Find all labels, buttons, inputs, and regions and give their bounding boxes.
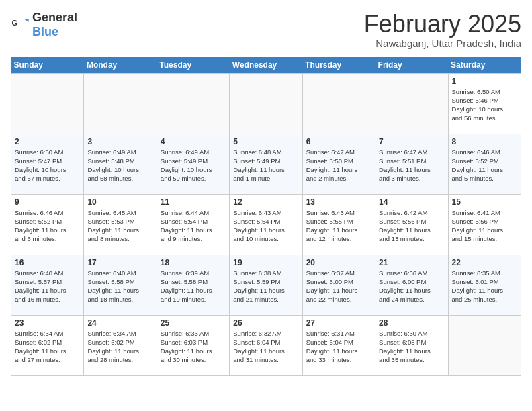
day-info: Sunrise: 6:46 AM Sunset: 5:52 PM Dayligh… (452, 148, 517, 183)
calendar-day-cell: 19Sunrise: 6:38 AM Sunset: 5:59 PM Dayli… (230, 255, 302, 315)
day-info: Sunrise: 6:38 AM Sunset: 5:59 PM Dayligh… (233, 269, 298, 304)
calendar-day-cell: 26Sunrise: 6:32 AM Sunset: 6:04 PM Dayli… (230, 315, 302, 375)
calendar-day-cell (230, 73, 302, 134)
calendar-day-cell: 28Sunrise: 6:30 AM Sunset: 6:05 PM Dayli… (375, 315, 448, 375)
calendar-day-cell (302, 73, 375, 134)
day-info: Sunrise: 6:47 AM Sunset: 5:51 PM Dayligh… (379, 148, 444, 183)
day-info: Sunrise: 6:41 AM Sunset: 5:56 PM Dayligh… (452, 208, 517, 244)
calendar-day-cell (157, 73, 229, 134)
logo-blue: Blue (32, 25, 58, 38)
day-info: Sunrise: 6:42 AM Sunset: 5:56 PM Dayligh… (379, 208, 444, 244)
day-info: Sunrise: 6:48 AM Sunset: 5:49 PM Dayligh… (233, 148, 298, 183)
calendar-day-cell: 18Sunrise: 6:39 AM Sunset: 5:58 PM Dayli… (157, 255, 229, 315)
calendar-day-cell: 7Sunrise: 6:47 AM Sunset: 5:51 PM Daylig… (375, 134, 448, 194)
day-info: Sunrise: 6:49 AM Sunset: 5:49 PM Dayligh… (161, 148, 226, 183)
day-number: 12 (233, 197, 298, 207)
weekday-header-cell: Friday (375, 57, 448, 74)
day-info: Sunrise: 6:37 AM Sunset: 6:00 PM Dayligh… (306, 269, 371, 304)
day-info: Sunrise: 6:32 AM Sunset: 6:04 PM Dayligh… (233, 329, 298, 365)
weekday-header-cell: Thursday (302, 57, 375, 74)
day-info: Sunrise: 6:49 AM Sunset: 5:48 PM Dayligh… (87, 148, 152, 183)
day-number: 8 (452, 137, 517, 146)
day-info: Sunrise: 6:34 AM Sunset: 6:02 PM Dayligh… (15, 329, 80, 365)
day-info: Sunrise: 6:34 AM Sunset: 6:02 PM Dayligh… (87, 329, 152, 365)
day-number: 6 (306, 137, 371, 146)
day-info: Sunrise: 6:30 AM Sunset: 6:05 PM Dayligh… (379, 329, 444, 365)
day-info: Sunrise: 6:43 AM Sunset: 5:54 PM Dayligh… (233, 208, 298, 244)
calendar-day-cell: 12Sunrise: 6:43 AM Sunset: 5:54 PM Dayli… (230, 194, 302, 255)
calendar-day-cell: 16Sunrise: 6:40 AM Sunset: 5:57 PM Dayli… (11, 255, 84, 315)
calendar-day-cell: 27Sunrise: 6:31 AM Sunset: 6:04 PM Dayli… (302, 315, 375, 375)
day-number: 24 (87, 318, 152, 328)
day-info: Sunrise: 6:40 AM Sunset: 5:57 PM Dayligh… (15, 269, 80, 304)
calendar-day-cell: 2Sunrise: 6:50 AM Sunset: 5:47 PM Daylig… (11, 134, 84, 194)
weekday-header-cell: Tuesday (157, 57, 229, 74)
day-number: 14 (379, 197, 444, 207)
calendar-day-cell: 20Sunrise: 6:37 AM Sunset: 6:00 PM Dayli… (302, 255, 375, 315)
day-number: 17 (87, 258, 152, 267)
weekday-header-cell: Wednesday (230, 57, 302, 74)
day-number: 23 (15, 318, 80, 328)
day-number: 21 (379, 258, 444, 267)
calendar-day-cell: 17Sunrise: 6:40 AM Sunset: 5:58 PM Dayli… (84, 255, 157, 315)
calendar-day-cell: 8Sunrise: 6:46 AM Sunset: 5:52 PM Daylig… (448, 134, 521, 194)
day-info: Sunrise: 6:31 AM Sunset: 6:04 PM Dayligh… (306, 329, 371, 365)
weekday-header-cell: Sunday (11, 57, 84, 74)
day-number: 22 (452, 258, 517, 267)
calendar-day-cell: 3Sunrise: 6:49 AM Sunset: 5:48 PM Daylig… (84, 134, 157, 194)
day-number: 20 (306, 258, 371, 267)
day-info: Sunrise: 6:40 AM Sunset: 5:58 PM Dayligh… (87, 269, 152, 304)
calendar-day-cell (11, 73, 84, 134)
day-info: Sunrise: 6:35 AM Sunset: 6:01 PM Dayligh… (452, 269, 517, 304)
day-number: 3 (87, 137, 152, 146)
calendar-day-cell (448, 315, 521, 375)
calendar-day-cell: 10Sunrise: 6:45 AM Sunset: 5:53 PM Dayli… (84, 194, 157, 255)
calendar-day-cell (84, 73, 157, 134)
day-number: 16 (15, 258, 80, 267)
calendar-body: 1Sunrise: 6:50 AM Sunset: 5:46 PM Daylig… (11, 73, 521, 375)
day-info: Sunrise: 6:33 AM Sunset: 6:03 PM Dayligh… (161, 329, 226, 365)
calendar-subtitle: Nawabganj, Uttar Pradesh, India (364, 38, 521, 49)
day-number: 10 (87, 197, 152, 207)
day-number: 27 (306, 318, 371, 328)
day-info: Sunrise: 6:46 AM Sunset: 5:52 PM Dayligh… (15, 208, 80, 244)
day-number: 9 (15, 197, 80, 207)
title-block: February 2025 Nawabganj, Uttar Pradesh, … (364, 11, 521, 49)
weekday-header-cell: Monday (84, 57, 157, 74)
svg-marker-1 (24, 19, 29, 22)
logo: G General Blue (11, 11, 77, 39)
calendar-week-row: 23Sunrise: 6:34 AM Sunset: 6:02 PM Dayli… (11, 315, 521, 375)
calendar-day-cell: 4Sunrise: 6:49 AM Sunset: 5:49 PM Daylig… (157, 134, 229, 194)
weekday-header-cell: Saturday (448, 57, 521, 74)
day-number: 26 (233, 318, 298, 328)
calendar-day-cell: 5Sunrise: 6:48 AM Sunset: 5:49 PM Daylig… (230, 134, 302, 194)
calendar-day-cell: 22Sunrise: 6:35 AM Sunset: 6:01 PM Dayli… (448, 255, 521, 315)
weekday-header-row: SundayMondayTuesdayWednesdayThursdayFrid… (11, 57, 521, 74)
day-info: Sunrise: 6:45 AM Sunset: 5:53 PM Dayligh… (87, 208, 152, 244)
day-number: 1 (452, 77, 517, 86)
calendar-day-cell: 24Sunrise: 6:34 AM Sunset: 6:02 PM Dayli… (84, 315, 157, 375)
day-info: Sunrise: 6:39 AM Sunset: 5:58 PM Dayligh… (161, 269, 226, 304)
calendar-day-cell: 6Sunrise: 6:47 AM Sunset: 5:50 PM Daylig… (302, 134, 375, 194)
day-number: 11 (161, 197, 226, 207)
day-number: 5 (233, 137, 298, 146)
calendar-week-row: 1Sunrise: 6:50 AM Sunset: 5:46 PM Daylig… (11, 73, 521, 134)
calendar-day-cell: 15Sunrise: 6:41 AM Sunset: 5:56 PM Dayli… (448, 194, 521, 255)
day-info: Sunrise: 6:47 AM Sunset: 5:50 PM Dayligh… (306, 148, 371, 183)
day-number: 25 (161, 318, 226, 328)
calendar-day-cell: 23Sunrise: 6:34 AM Sunset: 6:02 PM Dayli… (11, 315, 84, 375)
calendar-week-row: 9Sunrise: 6:46 AM Sunset: 5:52 PM Daylig… (11, 194, 521, 255)
calendar-day-cell: 25Sunrise: 6:33 AM Sunset: 6:03 PM Dayli… (157, 315, 229, 375)
day-info: Sunrise: 6:50 AM Sunset: 5:46 PM Dayligh… (452, 87, 517, 123)
day-number: 28 (379, 318, 444, 328)
day-number: 2 (15, 137, 80, 146)
calendar-day-cell: 14Sunrise: 6:42 AM Sunset: 5:56 PM Dayli… (375, 194, 448, 255)
calendar-day-cell: 13Sunrise: 6:43 AM Sunset: 5:55 PM Dayli… (302, 194, 375, 255)
day-number: 7 (379, 137, 444, 146)
calendar-table: SundayMondayTuesdayWednesdayThursdayFrid… (11, 57, 521, 376)
day-info: Sunrise: 6:44 AM Sunset: 5:54 PM Dayligh… (161, 208, 226, 244)
page-header: G General Blue February 2025 Nawabganj, … (11, 11, 521, 49)
logo-general: General (32, 11, 77, 24)
calendar-day-cell: 9Sunrise: 6:46 AM Sunset: 5:52 PM Daylig… (11, 194, 84, 255)
calendar-week-row: 2Sunrise: 6:50 AM Sunset: 5:47 PM Daylig… (11, 134, 521, 194)
